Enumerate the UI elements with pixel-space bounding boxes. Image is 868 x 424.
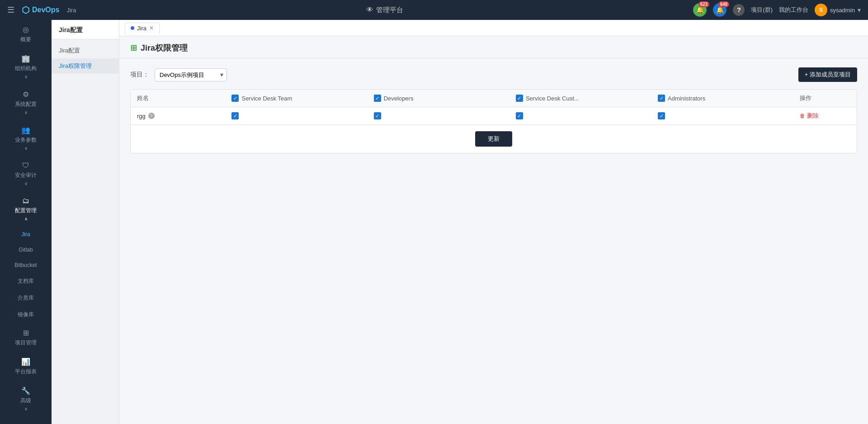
delete-label: 删除 — [807, 112, 819, 120]
table-row: rgg ? ✓ ✓ ✓ — [131, 107, 857, 125]
sidebar-sub-gitlab-label: Gitlab — [19, 247, 33, 253]
advanced-chevron-icon: ∨ — [24, 406, 28, 411]
add-member-button[interactable]: + 添加成员至项目 — [798, 67, 857, 82]
badge-count-green: 623 — [698, 1, 710, 7]
row-checkbox-dev[interactable]: ✓ — [374, 112, 381, 119]
hamburger-icon[interactable]: ☰ — [7, 5, 14, 15]
sidebar-sub-bitbucket[interactable]: Bitbucket — [0, 257, 52, 273]
col-header-service-desk-team: ✓ Service Desk Team — [225, 90, 367, 107]
sidebar-label-advanced: 高级 — [20, 397, 31, 405]
tabs-bar: Jira ✕ — [119, 20, 868, 36]
sidebar-sub-jira-label: Jira — [21, 231, 30, 238]
col-header-sdc-wrapper: ✓ Service Desk Cust... — [516, 95, 645, 102]
sidebar-item-configmgmt[interactable]: 🗂 配置管理 ∧ — [0, 191, 52, 227]
notification-badge-blue[interactable]: 🔔 648 — [713, 3, 726, 17]
help-button[interactable]: ? — [733, 4, 745, 16]
sidebar-label-overview: 概要 — [20, 36, 31, 43]
sidebar-sub-bitbucket-label: Bitbucket — [14, 262, 37, 268]
col-header-actions: 操作 — [793, 90, 857, 107]
sidebar-label-reports: 平台报表 — [15, 368, 37, 376]
cell-developers: ✓ — [368, 107, 509, 125]
platform-label-area: 👁 管理平台 — [83, 6, 686, 14]
sub-sidebar-jira-config-label: Jira配置 — [59, 47, 80, 54]
reports-icon: 📊 — [21, 357, 30, 366]
notification-badge-green[interactable]: 🔔 623 — [693, 3, 707, 17]
sidebar-sub-docstore[interactable]: 文档库 — [0, 273, 52, 290]
workspace-btn[interactable]: 我的工作台 — [779, 6, 808, 14]
col-sdc-label: Service Desk Cust... — [526, 95, 579, 102]
col-checkbox-dev[interactable]: ✓ — [374, 95, 381, 102]
sidebar-sub-docstore-label: 文档库 — [18, 278, 34, 284]
update-button[interactable]: 更新 — [475, 131, 512, 147]
col-checkbox-sdt[interactable]: ✓ — [231, 95, 239, 102]
sub-sidebar-item-jira-config[interactable]: Jira配置 — [52, 43, 119, 58]
user-info-icon[interactable]: ? — [148, 113, 155, 119]
sub-sidebar-item-jira-perms[interactable]: Jira权限管理 — [52, 58, 119, 74]
sidebar-sub-mediastore[interactable]: 介质库 — [0, 290, 52, 306]
sidebar-item-sysconfig[interactable]: ⚙ 系统配置 ∨ — [0, 85, 52, 120]
col-actions-label: 操作 — [800, 95, 811, 101]
sidebar-item-reports[interactable]: 📊 平台报表 — [0, 352, 52, 381]
sidebar-item-org[interactable]: 🏢 组织机构 ∨ — [0, 49, 52, 85]
tab-dot-icon — [131, 26, 134, 30]
project-label: 项目： — [130, 71, 149, 79]
sidebar-item-bizparams[interactable]: 👥 业务参数 ∨ — [0, 120, 52, 156]
sidebar-item-projectmgmt[interactable]: ⊞ 项目管理 — [0, 323, 52, 352]
sub-sidebar-section: Jira配置 Jira权限管理 — [52, 39, 119, 77]
user-chevron-icon: ▾ — [858, 6, 861, 14]
project-group-btn[interactable]: 项目(群) — [751, 6, 773, 14]
delete-button[interactable]: 🗑 删除 — [800, 112, 819, 120]
sidebar-label-configmgmt: 配置管理 — [15, 207, 37, 214]
page-header: ⊞ Jira权限管理 — [119, 36, 868, 58]
col-checkbox-sdc[interactable]: ✓ — [516, 95, 523, 102]
tab-close-icon[interactable]: ✕ — [149, 25, 154, 31]
sidebar-label-sysconfig: 系统配置 — [15, 100, 37, 108]
sidebar-item-audit[interactable]: 🛡 安全审计 ∨ — [0, 156, 52, 191]
sidebar-sub-mirror[interactable]: 镜像库 — [0, 306, 52, 323]
help-icon: ? — [737, 6, 741, 14]
eye-icon: 👁 — [366, 6, 373, 14]
top-nav: ☰ ⬡ DevOps Jira 👁 管理平台 🔔 623 🔔 648 ? 项目(… — [0, 0, 868, 20]
col-checkbox-admin[interactable]: ✓ — [658, 95, 665, 102]
sidebar-sub-gitlab[interactable]: Gitlab — [0, 242, 52, 257]
content-area: Jira ✕ ⊞ Jira权限管理 项目： DevOps示例项目 — [119, 20, 868, 424]
user-name-text: rgg — [137, 113, 146, 119]
cell-service-desk-cust: ✓ — [509, 107, 651, 125]
sub-sidebar-jira-perms-label: Jira权限管理 — [59, 62, 92, 69]
user-menu[interactable]: S sysadmin ▾ — [815, 4, 861, 16]
sub-sidebar: Jira配置 Jira配置 Jira权限管理 — [52, 20, 119, 424]
bizparams-chevron-icon: ∨ — [24, 146, 28, 151]
advanced-icon: 🔧 — [21, 386, 30, 395]
sidebar-item-overview[interactable]: ◎ 概要 — [0, 20, 52, 49]
tab-jira[interactable]: Jira ✕ — [125, 23, 160, 34]
page-title-text: Jira权限管理 — [141, 43, 188, 53]
bizparams-icon: 👥 — [21, 126, 30, 134]
table-header-row: 姓名 ✓ Service Desk Team ✓ — [131, 90, 857, 107]
logo-text: DevOps — [32, 6, 59, 14]
permissions-table: 姓名 ✓ Service Desk Team ✓ — [131, 90, 857, 124]
page-content: 项目： DevOps示例项目 + 添加成员至项目 姓名 — [119, 58, 868, 424]
page-title: ⊞ Jira权限管理 — [130, 43, 857, 53]
cell-actions: 🗑 删除 — [793, 107, 857, 125]
col-header-name: 姓名 — [131, 90, 225, 107]
trash-icon: 🗑 — [800, 113, 805, 119]
col-admin-label: Administrators — [668, 95, 705, 102]
row-checkbox-sdt[interactable]: ✓ — [231, 112, 239, 119]
nav-right: 🔔 623 🔔 648 ? 项目(群) 我的工作台 S sysadmin ▾ — [693, 3, 861, 17]
org-icon: 🏢 — [21, 54, 30, 63]
platform-label: 管理平台 — [376, 6, 403, 14]
table-footer: 更新 — [131, 124, 857, 153]
sidebar-sub-mediastore-label: 介质库 — [18, 295, 34, 301]
col-sdt-label: Service Desk Team — [241, 95, 292, 102]
sidebar-item-advanced[interactable]: 🔧 高级 ∨ — [0, 381, 52, 417]
sysconfig-icon: ⚙ — [23, 90, 29, 99]
jira-tab-label: Jira — [66, 7, 76, 14]
sidebar-sub-jira[interactable]: Jira — [0, 227, 52, 242]
projectmgmt-icon: ⊞ — [23, 329, 29, 337]
row-checkbox-sdc[interactable]: ✓ — [516, 112, 523, 119]
row-checkbox-admin[interactable]: ✓ — [658, 112, 665, 119]
main-layout: ◎ 概要 🏢 组织机构 ∨ ⚙ 系统配置 ∨ 👥 业务参数 ∨ 🛡 安全审计 ∨… — [0, 20, 868, 424]
cell-service-desk-team: ✓ — [225, 107, 367, 125]
project-select[interactable]: DevOps示例项目 — [155, 68, 227, 81]
col-name-label: 姓名 — [137, 95, 149, 101]
